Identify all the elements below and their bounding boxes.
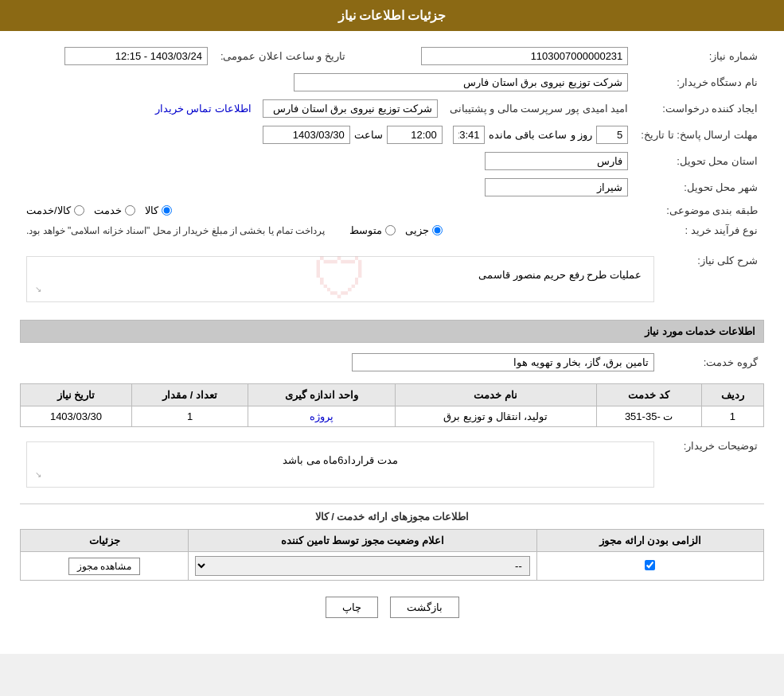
page-title: جزئیات اطلاعات نیاز bbox=[338, 9, 447, 22]
cell-details: مشاهده مجوز bbox=[21, 552, 189, 581]
province-label: استان محل تحویل: bbox=[634, 148, 764, 174]
col-status: اعلام وضعیت مجوز توسط تامین کننده bbox=[189, 530, 536, 552]
licenses-section-title: اطلاعات مجوزهای ارائه خدمت / کالا bbox=[20, 511, 764, 523]
supervisor-text: امید امیدی پور سرپرست مالی و پشتیبانی bbox=[450, 103, 629, 115]
service-group-input[interactable] bbox=[352, 353, 654, 371]
status-select[interactable]: -- bbox=[195, 556, 529, 576]
list-item: -- مشاهده مجوز bbox=[21, 552, 764, 581]
remaining-label: ساعت باقی مانده bbox=[489, 129, 566, 141]
need-number-label: شماره نیاز: bbox=[634, 43, 764, 69]
col-required: الزامی بودن ارائه مجوز bbox=[536, 530, 763, 552]
creator-input[interactable] bbox=[263, 99, 438, 118]
service-group-table: گروه خدمت: bbox=[20, 349, 764, 375]
radio-khedmat: خدمت bbox=[94, 204, 135, 216]
response-date-row: ساعت ساعت باقی مانده روز و bbox=[263, 126, 628, 144]
main-content: شماره نیاز: تاریخ و ساعت اعلان عمومی: نا… bbox=[0, 31, 784, 630]
buyer-name-label: نام دستگاه خریدار: bbox=[634, 69, 764, 95]
services-table: ردیف کد خدمت نام خدمت واحد اندازه گیری ت… bbox=[20, 383, 764, 427]
response-time-input[interactable] bbox=[387, 126, 443, 144]
category-radio-group: کالا/خدمت خدمت کالا bbox=[26, 204, 628, 216]
col-code: کد خدمت bbox=[596, 384, 701, 406]
days-label: روز و bbox=[571, 129, 593, 141]
time-label: ساعت bbox=[354, 129, 383, 141]
buyer-name-input[interactable] bbox=[294, 73, 628, 91]
required-checkbox[interactable] bbox=[645, 560, 655, 570]
category-label: طبقه بندی موضوعی: bbox=[634, 200, 764, 220]
watermark-shield: 🛡 bbox=[313, 247, 369, 311]
radio-kala-input[interactable] bbox=[162, 205, 172, 216]
col-date: تاریخ نیاز bbox=[21, 384, 132, 406]
response-deadline-label: مهلت ارسال پاسخ: تا تاریخ: bbox=[634, 122, 764, 148]
radio-jozei-input[interactable] bbox=[432, 225, 443, 235]
city-label: شهر محل تحویل: bbox=[634, 174, 764, 200]
cell-date: 1403/03/30 bbox=[21, 406, 132, 427]
table-row: 1 ت -35-351 تولید، انتقال و توزیع برق پر… bbox=[21, 406, 764, 427]
province-input[interactable] bbox=[485, 152, 628, 170]
radio-kala-khedmat: کالا/خدمت bbox=[26, 204, 84, 216]
need-desc-box: 🛡 عملیات طرح رفع حریم منصور قاسمی ↘ bbox=[26, 256, 654, 302]
buyer-notes-table: توضیحات خریدار: مدت قرارداد6ماه می باشد … bbox=[20, 434, 764, 496]
radio-kala: کالا bbox=[145, 204, 172, 216]
buyer-notes-label: توضیحات خریدار: bbox=[661, 434, 764, 496]
radio-kala-label: کالا bbox=[145, 204, 158, 216]
radio-jozei-label: جزیی bbox=[405, 224, 429, 236]
col-name: نام خدمت bbox=[395, 384, 596, 406]
days-input[interactable] bbox=[596, 126, 628, 144]
radio-mutawasset-input[interactable] bbox=[385, 225, 396, 235]
divider bbox=[20, 504, 764, 504]
col-qty: تعداد / مقدار bbox=[131, 384, 248, 406]
licenses-table: الزامی بودن ارائه مجوز اعلام وضعیت مجوز … bbox=[20, 529, 764, 581]
radio-mutawasset: متوسط bbox=[349, 224, 396, 236]
page-wrapper: جزئیات اطلاعات نیاز شماره نیاز: تاریخ و … bbox=[0, 0, 784, 654]
cell-code: ت -35-351 bbox=[596, 406, 701, 427]
view-license-button[interactable]: مشاهده مجوز bbox=[68, 558, 140, 575]
announcement-label: تاریخ و ساعت اعلان عمومی: bbox=[214, 43, 361, 69]
cell-required bbox=[536, 552, 763, 581]
cell-status: -- bbox=[189, 552, 536, 581]
creator-label: ایجاد کننده درخواست: bbox=[634, 95, 764, 122]
cell-qty: 1 bbox=[131, 406, 248, 427]
city-input[interactable] bbox=[485, 178, 628, 196]
service-group-label: گروه خدمت: bbox=[661, 349, 764, 375]
radio-mutawasset-label: متوسط bbox=[349, 224, 382, 236]
bottom-buttons: بازگشت چاپ bbox=[20, 597, 764, 618]
radio-khedmat-input[interactable] bbox=[125, 205, 135, 216]
radio-kala-khedmat-input[interactable] bbox=[74, 205, 84, 216]
need-desc-table: شرح کلی نیاز: 🛡 عملیات طرح رفع حریم منصو… bbox=[20, 248, 764, 310]
need-number-input[interactable] bbox=[421, 47, 628, 65]
buyer-notes-box: مدت قرارداد6ماه می باشد ↘ bbox=[26, 441, 654, 488]
services-section-header: اطلاعات خدمات مورد نیاز bbox=[20, 320, 764, 343]
cell-name: تولید، انتقال و توزیع برق bbox=[395, 406, 596, 427]
col-unit: واحد اندازه گیری bbox=[248, 384, 395, 406]
radio-khedmat-label: خدمت bbox=[94, 204, 122, 216]
need-desc-label: شرح کلی نیاز: bbox=[661, 248, 764, 310]
cell-unit: پروژه bbox=[248, 406, 395, 427]
buyer-notes-text: مدت قرارداد6ماه می باشد bbox=[35, 450, 646, 470]
remaining-time-input[interactable] bbox=[453, 126, 485, 144]
page-header: جزئیات اطلاعات نیاز bbox=[0, 0, 784, 31]
radio-kala-khedmat-label: کالا/خدمت bbox=[26, 204, 71, 216]
info-table: شماره نیاز: تاریخ و ساعت اعلان عمومی: نا… bbox=[20, 43, 764, 240]
purchase-type-group: پرداخت تمام یا بخشی از مبلغ خریدار از مح… bbox=[26, 224, 628, 236]
contact-link[interactable]: اطلاعات تماس خریدار bbox=[155, 103, 252, 115]
back-button[interactable]: بازگشت bbox=[390, 597, 459, 618]
purchase-type-label: نوع فرآیند خرید : bbox=[634, 220, 764, 240]
col-details: جزئیات bbox=[21, 530, 189, 552]
radio-jozei: جزیی bbox=[405, 224, 443, 236]
cell-index: 1 bbox=[701, 406, 763, 427]
buyer-notes-resize[interactable]: ↘ bbox=[35, 470, 646, 479]
purchase-note-text: پرداخت تمام یا بخشی از مبلغ خریدار از مح… bbox=[26, 225, 325, 236]
announcement-input[interactable] bbox=[64, 47, 208, 65]
col-index: ردیف bbox=[701, 384, 763, 406]
print-button[interactable]: چاپ bbox=[326, 597, 378, 618]
response-date-input[interactable] bbox=[263, 126, 350, 144]
